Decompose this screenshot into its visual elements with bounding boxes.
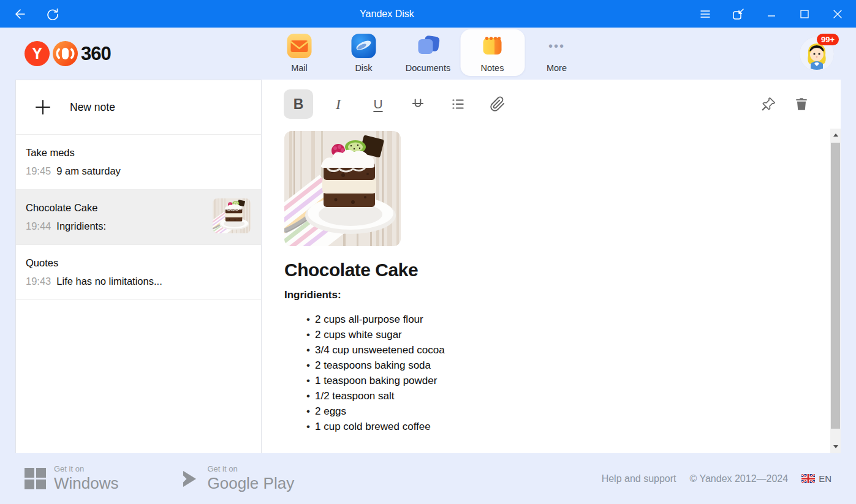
google-play-icon <box>180 469 199 489</box>
delete-note-button[interactable] <box>787 89 816 119</box>
hamburger-icon <box>699 7 712 21</box>
note-item-title: Quotes <box>26 257 251 269</box>
ingredient-item: 2 cups white sugar <box>284 327 841 342</box>
refresh-icon <box>45 7 60 21</box>
documents-icon <box>415 32 442 59</box>
help-and-support-link[interactable]: Help and support <box>602 473 676 484</box>
ingredient-item: 2 teaspoons baking soda <box>284 358 841 373</box>
gplay-get-it-on: Get it on <box>207 464 294 473</box>
pin-icon <box>760 96 776 112</box>
window-title: Yandex Disk <box>360 9 414 20</box>
bullet-list-button[interactable] <box>443 89 472 119</box>
refresh-button[interactable] <box>43 4 62 24</box>
new-note-button[interactable]: New note <box>16 80 261 135</box>
logo-letter: Y <box>32 45 42 62</box>
yandex-logo-icon: Y <box>25 41 50 66</box>
minimize-icon <box>765 8 778 20</box>
tab-label: Documents <box>406 63 450 73</box>
attach-button[interactable] <box>483 89 512 119</box>
tab-more[interactable]: ••• More <box>525 29 589 76</box>
disk-icon <box>350 32 377 59</box>
windows-store-badge[interactable]: Get it on Windows <box>25 464 118 493</box>
italic-icon: I <box>336 96 341 113</box>
underline-icon: U <box>373 97 382 111</box>
ingredient-item: 1 teaspoon baking powder <box>284 373 841 388</box>
note-item-preview: Ingridients: <box>56 220 106 232</box>
strikethrough-icon <box>410 96 426 112</box>
vertical-scrollbar[interactable] <box>830 129 841 453</box>
tab-documents[interactable]: Documents <box>396 29 460 76</box>
more-dots-glyph: ••• <box>548 32 565 59</box>
windows-get-it-on: Get it on <box>54 464 118 473</box>
trash-icon <box>794 96 809 112</box>
windows-label: Windows <box>54 474 118 493</box>
note-list-item-take-meds[interactable]: Take meds 19:45 9 am saturday <box>16 135 261 190</box>
format-toolbar: B I U <box>262 80 841 129</box>
360-logo-icon <box>53 41 78 66</box>
note-item-time: 19:44 <box>26 220 51 232</box>
pin-button[interactable] <box>754 89 783 119</box>
ingredient-item: 3/4 cup unsweetened cocoa <box>284 342 841 358</box>
tab-disk[interactable]: Disk <box>331 29 396 76</box>
new-note-label: New note <box>70 101 115 114</box>
title-bar: Yandex Disk <box>0 0 856 28</box>
menu-button[interactable] <box>695 4 715 24</box>
cake-image[interactable] <box>284 131 401 246</box>
ingredients-list: 2 cups all-purpose flour 2 cups white su… <box>284 312 841 434</box>
bold-button[interactable]: B <box>284 89 313 119</box>
scroll-up-button[interactable] <box>830 130 841 140</box>
paperclip-icon <box>490 96 506 112</box>
app-footer: Get it on Windows Get it on Google Play … <box>0 453 856 504</box>
note-editor: B I U <box>262 80 841 453</box>
underline-button[interactable]: U <box>363 89 393 119</box>
app-header: Y 360 Mail <box>0 28 856 80</box>
maximize-icon <box>798 8 811 20</box>
italic-button[interactable]: I <box>324 89 353 119</box>
note-item-preview: 9 am saturday <box>56 165 121 177</box>
main-content: New note Take meds 19:45 9 am saturday C… <box>0 80 856 453</box>
ingredient-item: 1/2 teaspoon salt <box>284 388 841 404</box>
close-icon <box>831 8 844 20</box>
minimize-button[interactable] <box>762 4 781 24</box>
more-dots-icon: ••• <box>544 32 570 59</box>
minimize-to-tray-button[interactable] <box>729 4 748 24</box>
note-subtitle: Ingridients: <box>284 289 841 301</box>
language-switcher[interactable]: EN <box>801 473 831 484</box>
note-list-item-chocolate-cake[interactable]: Chocolate Cake 19:44 Ingridients: <box>16 190 261 245</box>
language-label: EN <box>819 473 831 484</box>
plus-icon <box>33 97 53 117</box>
gplay-label: Google Play <box>207 474 294 493</box>
back-button[interactable] <box>10 4 29 24</box>
ingredient-item: 1 cup cold brewed coffee <box>284 419 841 434</box>
close-button[interactable] <box>828 4 847 24</box>
note-title: Chocolate Cake <box>284 260 841 280</box>
note-thumbnail-image <box>213 198 251 233</box>
triangle-down-icon <box>833 445 838 448</box>
google-play-badge[interactable]: Get it on Google Play <box>180 464 294 493</box>
maximize-button[interactable] <box>795 4 814 24</box>
mail-icon <box>286 32 313 59</box>
account-avatar[interactable]: 99+ <box>800 37 834 71</box>
bullet-list-icon <box>450 96 466 112</box>
tab-label: Disk <box>355 63 372 73</box>
logo-360-text: 360 <box>81 43 111 65</box>
notes-sidebar: New note Take meds 19:45 9 am saturday C… <box>15 80 262 453</box>
note-content-area[interactable]: Chocolate Cake Ingridients: 2 cups all-p… <box>262 129 841 434</box>
tab-label: More <box>547 63 567 73</box>
note-item-title: Take meds <box>26 147 251 159</box>
tab-label: Mail <box>291 63 308 73</box>
ingredient-item: 2 cups all-purpose flour <box>284 312 841 327</box>
tab-notes[interactable]: Notes <box>460 29 525 76</box>
note-list-item-quotes[interactable]: Quotes 19:43 Life has no limitations... <box>16 245 261 300</box>
strikethrough-button[interactable] <box>403 89 433 119</box>
windows-logo-icon <box>25 468 46 489</box>
copyright-text: © Yandex 2012—2024 <box>690 473 789 484</box>
y360-logo[interactable]: Y 360 <box>25 41 111 66</box>
service-tabs: Mail Disk Documents <box>267 29 589 76</box>
tab-mail[interactable]: Mail <box>267 29 331 76</box>
tab-label: Notes <box>481 63 504 73</box>
note-item-preview: Life has no limitations... <box>56 276 162 287</box>
scrollbar-thumb[interactable] <box>831 143 840 429</box>
note-item-time: 19:45 <box>26 165 51 177</box>
scroll-down-button[interactable] <box>830 442 841 452</box>
